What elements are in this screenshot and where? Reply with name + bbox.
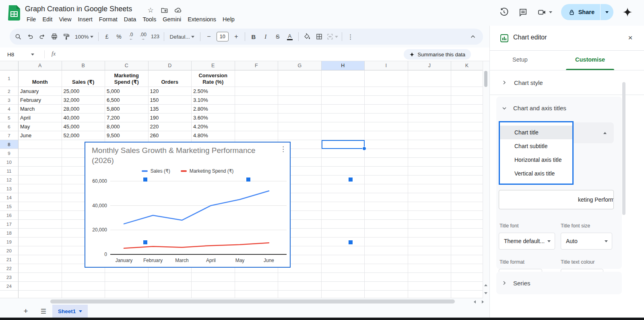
- cell-J13[interactable]: [408, 184, 452, 193]
- cell-B3[interactable]: 32,000: [62, 96, 105, 105]
- cell-F24[interactable]: [235, 282, 279, 291]
- cell-E6[interactable]: 4.20%: [192, 122, 235, 131]
- menu-insert[interactable]: Insert: [75, 15, 96, 23]
- row-header-12[interactable]: 12: [0, 175, 19, 184]
- cell-C3[interactable]: 6,500: [105, 96, 149, 105]
- row-header-16[interactable]: 16: [0, 211, 19, 220]
- cell-H20[interactable]: [322, 246, 365, 255]
- cell-I21[interactable]: [365, 255, 408, 264]
- vertical-scrollbar-thumb[interactable]: [484, 71, 487, 87]
- font-family-select[interactable]: Defaul...: [167, 31, 198, 43]
- cell-J23[interactable]: [408, 273, 452, 282]
- cell-J17[interactable]: [408, 220, 452, 229]
- cell-B4[interactable]: 28,000: [62, 105, 105, 114]
- cell-I16[interactable]: [365, 211, 408, 220]
- cell-A1[interactable]: Month: [19, 70, 62, 87]
- cell-A15[interactable]: [19, 202, 62, 211]
- cell-A3[interactable]: February: [19, 96, 62, 105]
- cell-J11[interactable]: [408, 167, 452, 175]
- row-header-10[interactable]: 10: [0, 158, 19, 167]
- cell-C7[interactable]: 9,500: [105, 131, 149, 140]
- title-text-input[interactable]: keting Perform: [499, 190, 614, 209]
- cell-K5[interactable]: [451, 114, 483, 122]
- cell-K21[interactable]: [451, 255, 483, 264]
- cell-F5[interactable]: [235, 114, 279, 122]
- cell-C4[interactable]: 5,800: [105, 105, 149, 114]
- cell-I10[interactable]: [365, 158, 408, 167]
- row-header-7[interactable]: 7: [0, 131, 19, 140]
- cell-G6[interactable]: [278, 122, 322, 131]
- zoom-control[interactable]: 100%: [72, 31, 96, 43]
- cell-I13[interactable]: [365, 184, 408, 193]
- decrease-font-size-button[interactable]: −: [203, 31, 215, 43]
- row-header-8[interactable]: 8: [0, 140, 19, 149]
- column-header-E[interactable]: E: [192, 61, 235, 70]
- menu-tools[interactable]: Tools: [139, 15, 159, 23]
- cell-H2[interactable]: [322, 87, 365, 96]
- redo-button[interactable]: [36, 31, 48, 43]
- fill-color-button[interactable]: [301, 31, 313, 43]
- cell-K12[interactable]: [451, 175, 483, 184]
- cell-I6[interactable]: [365, 122, 408, 131]
- chart-selection-handle-3[interactable]: [349, 178, 353, 182]
- cell-C24[interactable]: [105, 282, 149, 291]
- gemini-icon[interactable]: [622, 7, 633, 17]
- cell-D7[interactable]: 260: [149, 131, 192, 140]
- cell-H24[interactable]: [322, 282, 365, 291]
- cell-D1[interactable]: Orders: [149, 70, 192, 87]
- row-header-18[interactable]: 18: [0, 229, 19, 237]
- cell-H11[interactable]: [322, 167, 365, 175]
- cell-A9[interactable]: [19, 149, 62, 158]
- meet-button[interactable]: [537, 8, 552, 17]
- sheet-tab-menu-icon[interactable]: [79, 310, 82, 312]
- cell-H1[interactable]: [322, 70, 365, 87]
- cell-I22[interactable]: [365, 264, 408, 273]
- more-toolbar-options-button[interactable]: ⋮: [345, 31, 357, 43]
- cell-C23[interactable]: [105, 273, 149, 282]
- cell-K18[interactable]: [451, 229, 483, 237]
- document-title[interactable]: Graph Creation in Google Sheets: [25, 5, 132, 13]
- chart-selection-handle-5[interactable]: [349, 240, 353, 244]
- column-header-B[interactable]: B: [62, 61, 105, 70]
- increase-font-size-button[interactable]: +: [230, 31, 242, 43]
- cell-A18[interactable]: [19, 229, 62, 237]
- cell-A22[interactable]: [19, 264, 62, 273]
- sheets-logo-icon[interactable]: [8, 5, 20, 21]
- cell-E1[interactable]: Conversion Rate (%): [192, 70, 235, 87]
- cell-E2[interactable]: 2.50%: [192, 87, 235, 96]
- cell-D6[interactable]: 220: [149, 122, 192, 131]
- all-sheets-button[interactable]: ☰: [39, 308, 48, 315]
- cell-B2[interactable]: 25,000: [62, 87, 105, 96]
- row-header-19[interactable]: 19: [0, 237, 19, 246]
- menu-gemini[interactable]: Gemini: [159, 15, 184, 23]
- cell-J4[interactable]: [408, 105, 452, 114]
- cell-F2[interactable]: [235, 87, 279, 96]
- comments-icon[interactable]: [518, 7, 528, 17]
- cell-J12[interactable]: [408, 175, 452, 184]
- scroll-left-button[interactable]: [472, 300, 477, 304]
- version-history-icon[interactable]: [499, 7, 509, 17]
- text-color-button[interactable]: A: [284, 31, 296, 43]
- cell-K15[interactable]: [451, 202, 483, 211]
- dropdown-option-chart-subtitle[interactable]: Chart subtitle: [500, 139, 572, 153]
- column-header-A[interactable]: A: [19, 61, 62, 70]
- cell-I19[interactable]: [365, 237, 408, 246]
- cell-H23[interactable]: [322, 273, 365, 282]
- row-header-4[interactable]: 4: [0, 105, 19, 114]
- cell-I15[interactable]: [365, 202, 408, 211]
- cell-J22[interactable]: [408, 264, 452, 273]
- column-header-I[interactable]: I: [365, 61, 408, 70]
- dropdown-option-horizontal-axis-title[interactable]: Horizontal axis title: [500, 153, 572, 167]
- cell-A12[interactable]: [19, 175, 62, 184]
- cell-A8[interactable]: [19, 140, 62, 149]
- cell-A17[interactable]: [19, 220, 62, 229]
- row-header-1[interactable]: 1: [0, 70, 19, 87]
- cell-K20[interactable]: [451, 246, 483, 255]
- undo-button[interactable]: [24, 31, 36, 43]
- cell-D2[interactable]: 120: [149, 87, 192, 96]
- cell-H21[interactable]: [322, 255, 365, 264]
- name-box[interactable]: H8: [5, 50, 42, 59]
- cell-A11[interactable]: [19, 167, 62, 175]
- chart-selection-handle-1[interactable]: [143, 178, 147, 182]
- row-header-22[interactable]: 22: [0, 264, 19, 273]
